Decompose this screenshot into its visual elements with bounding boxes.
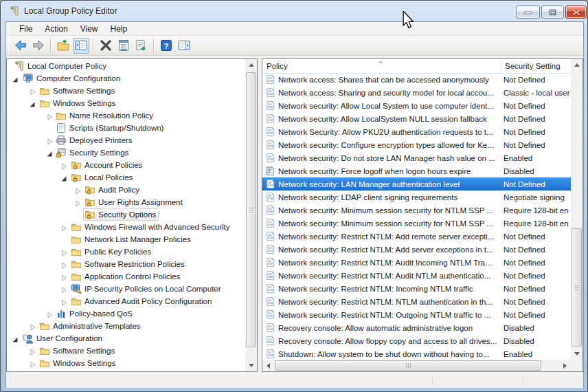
expand-arrow-icon[interactable] — [45, 309, 54, 318]
column-header-security-setting[interactable]: Security Setting — [505, 59, 571, 73]
tree-item-software-restriction-policies[interactable]: Software Restriction Policies — [7, 258, 245, 270]
tree-node[interactable]: Name Resolution Policy — [54, 109, 156, 122]
collapse-arrow-icon[interactable] — [28, 99, 36, 107]
tree-node[interactable]: Audit Policy — [83, 184, 142, 196]
restore-button[interactable] — [541, 6, 564, 19]
tree-node[interactable]: Policy-based QoS — [54, 307, 135, 320]
policy-row[interactable]: 10010Network security: Restrict NTLM: In… — [262, 282, 571, 295]
policy-row[interactable]: 10010Network security: Configure encrypt… — [262, 138, 571, 151]
policy-row[interactable]: 10010Network security: Minimum session s… — [262, 204, 571, 217]
tree-item-administrative-templates[interactable]: Administrative Templates — [7, 320, 245, 332]
expand-arrow-icon[interactable] — [60, 260, 68, 268]
tree-node[interactable] — [38, 369, 56, 371]
tree-node[interactable]: Advanced Audit Policy Configuration — [69, 295, 214, 307]
policy-row[interactable]: 10010Recovery console: Allow automatic a… — [262, 321, 571, 334]
tree-node[interactable]: Software Settings — [38, 345, 117, 357]
tree-node[interactable]: Administrative Templates — [38, 320, 144, 332]
tree-node[interactable]: User Configuration — [21, 332, 105, 345]
tree-item-local-computer-policy[interactable]: Local Computer Policy — [7, 60, 245, 72]
expand-arrow-icon[interactable] — [28, 87, 36, 95]
tree-item-local-policies[interactable]: Local Policies — [7, 171, 245, 184]
scroll-up-button[interactable] — [245, 59, 257, 71]
tree-node[interactable]: Software Settings — [38, 85, 117, 97]
tree-item-public-key-policies[interactable]: Public Key Policies — [7, 246, 245, 258]
policy-row[interactable]: 10010Network access: Sharing and securit… — [262, 86, 571, 99]
collapse-arrow-icon[interactable] — [11, 334, 19, 342]
tree-item-deployed-printers[interactable]: Deployed Printers — [7, 134, 245, 146]
up-one-level-button[interactable] — [55, 38, 71, 54]
list-vertical-scrollbar[interactable] — [571, 59, 583, 360]
policy-row[interactable]: 10010Shutdown: Allow system to be shut d… — [262, 347, 571, 360]
policy-row-selected[interactable]: 10010Network security: LAN Manager authe… — [262, 177, 571, 190]
tree-item-ip-security-policies-on-local-computer[interactable]: IP Security Policies on Local Computer — [7, 283, 245, 295]
tree-node[interactable]: Windows Settings — [38, 357, 118, 369]
expand-arrow-icon[interactable] — [60, 285, 68, 293]
selected-tree-node[interactable]: Security Options — [83, 208, 159, 221]
tree-node[interactable]: Account Policies — [69, 159, 145, 171]
policy-row[interactable]: 10010Network security: Restrict NTLM: Ad… — [262, 230, 571, 243]
tree-node[interactable]: Public Key Policies — [69, 246, 154, 258]
properties-button[interactable] — [115, 38, 132, 54]
tree-item-windows-settings[interactable]: Windows Settings — [7, 97, 245, 109]
scroll-down-button[interactable] — [571, 348, 583, 360]
scroll-left-button[interactable] — [262, 360, 274, 371]
tree-item-account-policies[interactable]: Account Policies — [7, 159, 245, 171]
policy-row[interactable]: 10010Network access: Shares that can be … — [262, 73, 571, 86]
tree-node[interactable]: Local Computer Policy — [12, 60, 109, 72]
tree-item-security-settings[interactable]: Security Settings — [7, 146, 245, 159]
tree-vertical-scrollbar[interactable] — [245, 59, 257, 371]
list-scrollbar-thumb[interactable] — [572, 228, 582, 347]
menu-help[interactable]: Help — [104, 23, 134, 35]
menu-file[interactable]: File — [13, 23, 38, 35]
policy-row[interactable]: 10010Network security: Allow LocalSystem… — [262, 112, 571, 125]
forward-button[interactable] — [30, 38, 47, 54]
policy-row[interactable]: 10010Network security: Restrict NTLM: Au… — [262, 256, 571, 269]
expand-arrow-icon[interactable] — [28, 347, 36, 355]
policy-row[interactable]: 10010Network security: Allow Local Syste… — [262, 99, 571, 112]
close-button[interactable] — [565, 6, 587, 19]
tree-node[interactable]: IP Security Policies on Local Computer — [69, 283, 224, 295]
show-action-pane-button[interactable] — [176, 38, 192, 54]
tree-item-network-list-manager-policies[interactable]: Network List Manager Policies — [7, 233, 245, 246]
tree-node[interactable]: Local Policies — [69, 171, 135, 184]
show-console-tree-button[interactable] — [73, 38, 89, 54]
tree-node[interactable]: User Rights Assignment — [83, 196, 185, 208]
tree-node[interactable]: Computer Configuration — [21, 72, 123, 85]
policy-row[interactable]: 10010Network security: Do not store LAN … — [262, 151, 571, 164]
tree-node[interactable]: Software Restriction Policies — [69, 258, 188, 270]
policy-row[interactable]: 10010Network security: Restrict NTLM: Au… — [262, 269, 571, 282]
tree-item-software-settings[interactable]: Software Settings — [7, 345, 245, 357]
expand-arrow-icon[interactable] — [60, 161, 68, 169]
tree-item-name-resolution-policy[interactable]: Name Resolution Policy — [7, 109, 245, 122]
tree-node[interactable]: Security Settings — [54, 146, 131, 159]
tree-item-audit-policy[interactable]: Audit Policy — [7, 184, 245, 196]
tree-item-advanced-audit-policy-configuration[interactable]: Advanced Audit Policy Configuration — [7, 295, 245, 307]
expand-arrow-icon[interactable] — [45, 111, 54, 120]
tree-item-user-configuration[interactable]: User Configuration — [7, 332, 245, 345]
expand-arrow-icon[interactable] — [60, 248, 68, 256]
tree-scrollbar-thumb[interactable] — [246, 72, 256, 347]
tree-node[interactable]: Windows Settings — [38, 97, 118, 109]
policy-row[interactable]: 10010Network security: LDAP client signi… — [262, 190, 571, 204]
delete-button[interactable] — [98, 38, 114, 54]
expand-arrow-icon[interactable] — [28, 322, 36, 330]
list-scrollbar-thumb-horizontal[interactable] — [275, 360, 541, 371]
tree-item-application-control-policies[interactable]: Application Control Policies — [7, 270, 245, 283]
tree-item-policy-based-qos[interactable]: Policy-based QoS — [7, 307, 245, 320]
policy-row[interactable]: 10010Network security: Restrict NTLM: Ou… — [262, 308, 571, 321]
expand-arrow-icon[interactable] — [28, 359, 36, 367]
tree-item-windows-firewall-with-advanced-security[interactable]: Windows Firewall with Advanced Security — [7, 221, 245, 233]
scroll-down-button[interactable] — [245, 360, 257, 371]
menu-action[interactable]: Action — [38, 23, 74, 35]
tree-item-windows-settings[interactable]: Windows Settings — [7, 357, 245, 369]
expand-arrow-icon[interactable] — [74, 186, 82, 194]
expand-arrow-icon[interactable] — [60, 223, 68, 231]
tree-item-security-options[interactable]: Security Options — [7, 208, 245, 221]
collapse-arrow-icon[interactable] — [45, 149, 54, 157]
tree-node[interactable]: Deployed Printers — [54, 134, 135, 146]
column-divider[interactable] — [501, 61, 501, 72]
tree-item-software-settings[interactable]: Software Settings — [7, 85, 245, 97]
export-list-button[interactable] — [133, 38, 150, 54]
policy-row[interactable]: 10010Network security: Restrict NTLM: NT… — [262, 295, 571, 308]
tree-node[interactable]: Windows Firewall with Advanced Security — [69, 221, 233, 233]
